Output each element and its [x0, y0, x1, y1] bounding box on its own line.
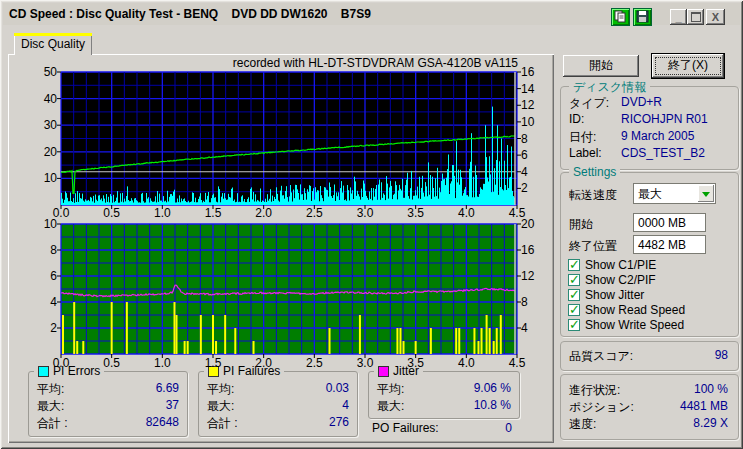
checkbox-show-c1-pie[interactable]: Show C1/PIE [568, 258, 656, 272]
transfer-speed-value: 最大 [638, 186, 662, 203]
axis-tick-label: 10 [25, 171, 57, 185]
checkbox-show-c2-pif[interactable]: Show C2/PIF [568, 273, 656, 287]
axis-tick-label: 16 [521, 243, 545, 257]
axis-tick-label: 0.0 [46, 356, 76, 370]
avg-label: 平均: [37, 381, 64, 398]
checkbox-icon [568, 304, 580, 316]
axis-tick-label: 1.0 [147, 206, 177, 220]
po-failures-value: 0 [505, 421, 512, 435]
quality-score-value: 98 [715, 348, 728, 362]
axis-tick-label: 4.0 [451, 356, 481, 370]
end-position-input[interactable]: 4482 MB [633, 235, 706, 254]
chart-recorded-with-note: recorded with HL-DT-STDVDRAM GSA-4120B v… [200, 56, 518, 70]
axis-tick-label: 4 [25, 295, 57, 309]
axis-tick-label: 2.0 [249, 206, 279, 220]
start-position-input[interactable]: 0000 MB [633, 213, 706, 232]
axis-tick-label: 14 [521, 82, 545, 96]
checkbox-label: Show Jitter [585, 288, 644, 302]
axis-tick-label: 6 [521, 148, 545, 162]
axis-tick-label: 2.5 [299, 206, 329, 220]
po-failures-label: PO Failures: [372, 421, 439, 435]
jitter-avg: 9.06 % [474, 381, 511, 398]
status-group: 進行状況: 100 % ポジション: 4481 MB 速度: 8.29 X [560, 374, 739, 440]
checkbox-icon [568, 259, 580, 271]
disc-info-group: ディスク情報 タイプ: DVD+R ID: RICOHJPN R01 日付: 9… [560, 86, 739, 170]
axis-tick-label: 12 [521, 98, 545, 112]
titlebar: CD Speed : Disc Quality Test - BENQ DVD … [3, 3, 740, 25]
maximize-button[interactable] [687, 9, 704, 25]
checkbox-label: Show C1/PIE [585, 258, 656, 272]
axis-tick-label: 4 [521, 321, 545, 335]
axis-tick-label: 3.0 [350, 356, 380, 370]
axis-tick-label: 10 [25, 217, 57, 231]
checkbox-show-jitter[interactable]: Show Jitter [568, 288, 644, 302]
position-label: ポジション: [569, 399, 634, 416]
max-label: 最大: [37, 398, 64, 415]
copy-icon[interactable] [611, 8, 630, 26]
disc-date-label: 日付: [569, 129, 596, 146]
disc-type-value: DVD+R [621, 95, 662, 109]
disc-label-label: Label: [569, 146, 602, 160]
quality-score-label: 品質スコア: [569, 348, 633, 365]
exit-button[interactable]: 終了(X) [651, 53, 725, 79]
checkbox-label: Show Write Speed [585, 318, 684, 332]
avg-label: 平均: [377, 381, 404, 398]
axis-tick-label: 4.5 [502, 356, 532, 370]
disc-date-value: 9 March 2005 [621, 129, 694, 143]
jitter-stats-box: Jitter 平均:9.06 % 最大:10.8 % [368, 371, 520, 419]
tab-disc-quality[interactable]: Disc Quality [14, 33, 92, 55]
start-button[interactable]: 開始 [563, 55, 639, 77]
end-position-label: 終了位置 [569, 238, 617, 255]
checkbox-icon [568, 319, 580, 331]
axis-tick-label: 2 [25, 321, 57, 335]
save-icon[interactable] [633, 8, 652, 26]
disc-info-title: ディスク情報 [569, 79, 650, 96]
checkbox-icon [568, 289, 580, 301]
axis-tick-label: 2 [521, 181, 545, 195]
total-label: 合計 : [37, 415, 68, 432]
checkbox-label: Show Read Speed [585, 303, 685, 317]
axis-tick-label: 8 [521, 132, 545, 146]
checkbox-icon [568, 274, 580, 286]
axis-tick-label: 8 [521, 295, 545, 309]
jitter-max: 10.8 % [474, 398, 511, 415]
disc-id-value: RICOHJPN R01 [621, 112, 708, 126]
position-value: 4481 MB [680, 399, 728, 413]
axis-tick-label: 2.5 [299, 356, 329, 370]
axis-tick-label: 50 [25, 65, 57, 79]
close-button[interactable]: X [706, 9, 725, 25]
axis-tick-label: 6 [25, 269, 57, 283]
po-failures-row: PO Failures: 0 [372, 421, 512, 435]
pi-failures-total: 276 [329, 415, 349, 432]
minimize-button[interactable]: _ [670, 9, 687, 25]
disc-id-label: ID: [569, 112, 584, 126]
axis-tick-label: 1.5 [198, 356, 228, 370]
disc-type-label: タイプ: [569, 95, 609, 112]
start-button-label: 開始 [589, 58, 613, 72]
start-position-label: 開始 [569, 216, 593, 233]
disc-label-value: CDS_TEST_B2 [621, 146, 705, 160]
axis-tick-label: 16 [521, 65, 545, 79]
total-label: 合計 : [207, 415, 238, 432]
app-window: CD Speed : Disc Quality Test - BENQ DVD … [0, 0, 743, 449]
max-label: 最大: [207, 398, 234, 415]
window-title: CD Speed : Disc Quality Test - BENQ DVD … [9, 7, 371, 21]
axis-tick-label: 40 [25, 92, 57, 106]
pi-errors-total: 82648 [146, 415, 179, 432]
settings-title: Settings [569, 165, 620, 179]
axis-tick-label: 3.5 [401, 206, 431, 220]
checkbox-show-read-speed[interactable]: Show Read Speed [568, 303, 685, 317]
axis-tick-label: 12 [521, 269, 545, 283]
axis-tick-label: 20 [25, 145, 57, 159]
axis-tick-label: 20 [521, 217, 545, 231]
chevron-down-icon[interactable] [698, 185, 714, 202]
axis-tick-label: 1.0 [147, 356, 177, 370]
pi-errors-chart [61, 72, 517, 205]
pi-errors-stats-box: PI Errors 平均:6.69 最大:37 合計 :82648 [28, 371, 188, 437]
axis-tick-label: 3.0 [350, 206, 380, 220]
checkbox-show-write-speed[interactable]: Show Write Speed [568, 318, 684, 332]
axis-tick-label: 1.5 [198, 206, 228, 220]
axis-tick-label: 10 [521, 115, 545, 129]
quality-score-group: 品質スコア: 98 [560, 341, 739, 371]
transfer-speed-select[interactable]: 最大 [633, 183, 716, 204]
